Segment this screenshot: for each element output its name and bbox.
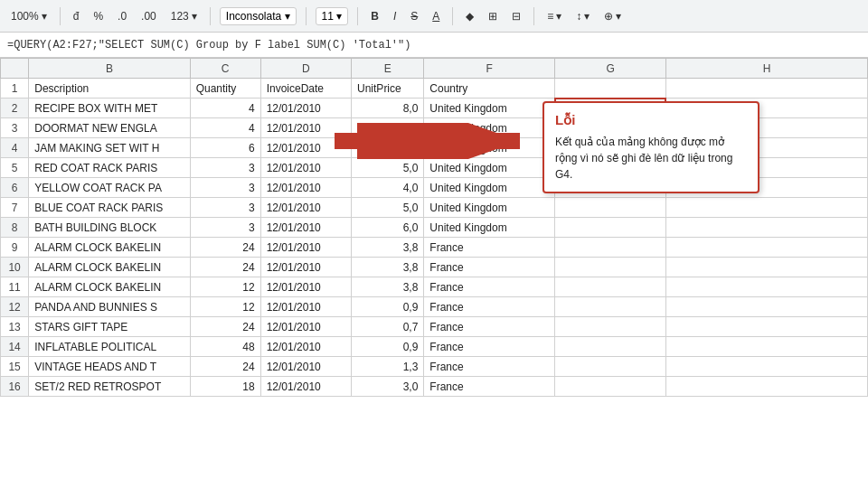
cell-g[interactable] [555, 317, 666, 337]
col-g-header[interactable]: G [555, 59, 666, 79]
cell-date[interactable]: 12/01/2010 [260, 118, 351, 138]
cell-quantity[interactable]: 4 [190, 118, 260, 138]
table-row[interactable]: 12PANDA AND BUNNIES S1212/01/20100,9Fran… [1, 297, 868, 317]
cell-country[interactable]: United Kingdom [424, 158, 555, 178]
cell-description[interactable]: VINTAGE HEADS AND T [29, 357, 190, 377]
col-d-header[interactable]: D [260, 59, 351, 79]
table-row[interactable]: 14INFLATABLE POLITICAL4812/01/20100,9Fra… [1, 337, 868, 357]
cell-price[interactable]: 8,0 [352, 99, 424, 118]
cell-price[interactable]: 0,7 [352, 317, 424, 337]
cell-description[interactable]: BATH BUILDING BLOCK [29, 218, 190, 238]
cell-h[interactable] [665, 198, 867, 218]
cell-date[interactable]: 12/01/2010 [260, 357, 351, 377]
cell-quantity[interactable]: 24 [190, 258, 260, 277]
decimal2-button[interactable]: .00 [137, 8, 160, 24]
cell-quantity[interactable]: 24 [190, 357, 260, 377]
cell-country[interactable]: France [424, 337, 555, 357]
cell-country[interactable]: United Kingdom [424, 198, 555, 218]
cell-g[interactable] [555, 377, 666, 397]
cell-price[interactable]: 0,9 [352, 297, 424, 317]
bold-button[interactable]: B [367, 8, 382, 24]
cell-date[interactable]: 12/01/2010 [260, 218, 351, 238]
cell-date[interactable]: 12/01/2010 [260, 138, 351, 158]
font-selector[interactable]: Inconsolata ▾ [220, 7, 297, 25]
cell-quantity[interactable]: 3 [190, 218, 260, 238]
cell-g[interactable] [555, 258, 666, 277]
cell-description[interactable]: STARS GIFT TAPE [29, 317, 190, 337]
cell-description[interactable]: RED COAT RACK PARIS [29, 158, 190, 178]
cell-quantity[interactable]: 24 [190, 317, 260, 337]
cell-country[interactable]: France [424, 377, 555, 397]
cell-date[interactable]: 12/01/2010 [260, 297, 351, 317]
cell-quantity[interactable]: 12 [190, 297, 260, 317]
percent-button[interactable]: % [90, 8, 107, 24]
valign-button[interactable]: ↕ ▾ [572, 8, 593, 24]
cell-description[interactable]: JAM MAKING SET WIT H [29, 138, 190, 158]
cell-g[interactable] [555, 337, 666, 357]
cell-date[interactable]: 12/01/2010 [260, 198, 351, 218]
cell-g[interactable] [555, 357, 666, 377]
table-row[interactable]: 13STARS GIFT TAPE2412/01/20100,7France [1, 317, 868, 337]
table-row[interactable]: 7BLUE COAT RACK PARIS312/01/20105,0Unite… [1, 198, 868, 218]
cell-price[interactable]: 6,0 [352, 218, 424, 238]
cell-country[interactable]: United Kingdom [424, 138, 555, 158]
strikethrough-button[interactable]: S [407, 8, 421, 24]
cell-h[interactable] [665, 258, 867, 277]
cell-h[interactable] [665, 218, 867, 238]
cell-price[interactable]: 3,8 [352, 238, 424, 258]
cell-country[interactable]: France [424, 238, 555, 258]
cell-date[interactable]: 12/01/2010 [260, 258, 351, 277]
border-button[interactable]: ⊞ [485, 8, 501, 24]
cell-h[interactable] [665, 238, 867, 258]
col-f-header[interactable]: F [424, 59, 555, 79]
cell-date[interactable]: 12/01/2010 [260, 317, 351, 337]
cell-description[interactable]: BLUE COAT RACK PARIS [29, 198, 190, 218]
cell-quantity[interactable]: 6 [190, 138, 260, 158]
cell-price[interactable]: 0,9 [352, 337, 424, 357]
cell-price[interactable]: 5,0 [352, 158, 424, 178]
cell-country[interactable]: France [424, 258, 555, 277]
align-button[interactable]: ≡ ▾ [543, 8, 565, 24]
cell-price[interactable]: 3,8 [352, 258, 424, 277]
cell-quantity[interactable]: 24 [190, 238, 260, 258]
cell-country[interactable]: United Kingdom [424, 118, 555, 138]
cell-h[interactable] [665, 357, 867, 377]
col-e-header[interactable]: E [352, 59, 424, 79]
cell-description[interactable]: ALARM CLOCK BAKELIN [29, 277, 190, 297]
cell-date[interactable]: 12/01/2010 [260, 178, 351, 198]
col-c-header[interactable]: C [190, 59, 260, 79]
table-row[interactable]: 10ALARM CLOCK BAKELIN2412/01/20103,8Fran… [1, 258, 868, 277]
cell-country[interactable]: France [424, 357, 555, 377]
cell-g[interactable] [555, 198, 666, 218]
cell-g[interactable] [555, 277, 666, 297]
cell-quantity[interactable]: 48 [190, 337, 260, 357]
cell-quantity[interactable]: 12 [190, 277, 260, 297]
cell-description[interactable]: RECIPE BOX WITH MET [29, 99, 190, 118]
cell-country[interactable]: United Kingdom [424, 178, 555, 198]
cell-quantity[interactable]: 4 [190, 99, 260, 118]
cell-price[interactable]: 5,0 [352, 198, 424, 218]
cell-g[interactable] [555, 297, 666, 317]
table-row[interactable]: 8BATH BUILDING BLOCK312/01/20106,0United… [1, 218, 868, 238]
zoom-control[interactable]: 100% ▾ [7, 8, 51, 24]
cell-h[interactable] [665, 377, 867, 397]
merge-button[interactable]: ⊟ [508, 8, 524, 24]
cell-date[interactable]: 12/01/2010 [260, 99, 351, 118]
more-button[interactable]: ⊕ ▾ [600, 8, 625, 24]
table-row[interactable]: 11ALARM CLOCK BAKELIN1212/01/20103,8Fran… [1, 277, 868, 297]
cell-price[interactable]: 8,0 [352, 118, 424, 138]
table-row[interactable]: 9ALARM CLOCK BAKELIN2412/01/20103,8Franc… [1, 238, 868, 258]
cell-description[interactable]: YELLOW COAT RACK PA [29, 178, 190, 198]
cell-h[interactable] [665, 317, 867, 337]
fill-color-button[interactable]: ◆ [462, 8, 477, 24]
font-size-selector[interactable]: 11 ▾ [316, 7, 349, 25]
cell-country[interactable]: United Kingdom [424, 218, 555, 238]
cell-description[interactable]: ALARM CLOCK BAKELIN [29, 258, 190, 277]
cell-price[interactable]: 3,8 [352, 277, 424, 297]
cell-price[interactable]: 4,0 [352, 178, 424, 198]
cell-description[interactable]: SET/2 RED RETROSPOT [29, 377, 190, 397]
cell-date[interactable]: 12/01/2010 [260, 158, 351, 178]
currency-button[interactable]: đ [70, 8, 83, 24]
cell-country[interactable]: United Kingdom [424, 99, 555, 118]
cell-quantity[interactable]: 3 [190, 178, 260, 198]
